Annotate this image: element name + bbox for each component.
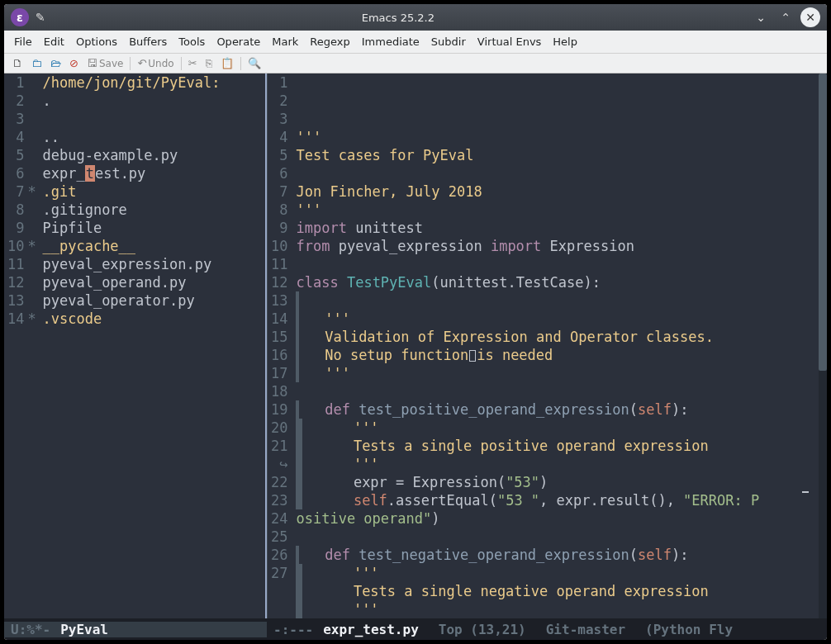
toolbar-separator (240, 57, 241, 70)
menu-edit[interactable]: Edit (39, 34, 69, 50)
source-line[interactable]: Tests a single negative operand expressi… (296, 582, 819, 600)
search-button[interactable]: 🔍 (245, 57, 264, 69)
source-line[interactable] (296, 528, 819, 546)
cursor-position: Top (13,21) (439, 622, 526, 637)
source-line[interactable]: from pyeval_expression import Expression (296, 237, 819, 255)
title-bar: ε ✎ Emacs 25.2.2 ⌄ ⌃ ✕ (4, 4, 827, 31)
menu-regexp[interactable]: Regexp (305, 34, 354, 50)
source-gutter: 123456789101112131415161718192021↪222324… (267, 73, 296, 618)
window-frame: ε ✎ Emacs 25.2.2 ⌄ ⌃ ✕ FileEditOptionsBu… (4, 4, 827, 640)
cut-button[interactable]: ✂ (185, 57, 201, 69)
dired-listing[interactable]: /home/jon/git/PyEval:...debug-example.py… (42, 73, 265, 618)
maximize-button[interactable]: ⌃ (776, 7, 795, 27)
source-pane[interactable]: 123456789101112131415161718192021↪222324… (267, 73, 827, 618)
source-line[interactable] (296, 382, 819, 400)
text-cursor: t (85, 165, 95, 182)
source-line[interactable]: import unittest (296, 219, 819, 237)
dired-entry[interactable]: .gitignore (42, 201, 265, 219)
wrap-indicator-icon (802, 491, 809, 493)
minimize-button[interactable]: ⌄ (751, 7, 771, 27)
dired-entry[interactable]: .git (42, 182, 265, 201)
menu-immediate[interactable]: Immediate (357, 34, 425, 50)
source-line[interactable]: ''' (296, 564, 819, 582)
source-line[interactable] (296, 255, 819, 273)
source-line[interactable]: self.assertEqual("53 ", expr.result(), "… (296, 491, 819, 509)
source-line[interactable] (296, 291, 819, 310)
paste-button[interactable]: 📋 (217, 57, 237, 69)
source-line[interactable]: def test_negative_operand_expression(sel… (296, 546, 819, 564)
source-line[interactable]: ''' (296, 419, 819, 437)
buffer-status: U:%*- (11, 622, 50, 637)
scrollbar[interactable] (819, 73, 827, 618)
dired-entry[interactable]: pyeval_operator.py (42, 291, 265, 310)
dired-entry[interactable]: debug-example.py (42, 146, 265, 164)
indent-guide (296, 291, 299, 310)
open-file-button[interactable]: 🗀 (28, 57, 45, 69)
dired-pane[interactable]: 1234567*8910*11121314* /home/jon/git/PyE… (4, 73, 267, 618)
major-mode: (Python Fly (645, 622, 733, 637)
dired-entry[interactable]: __pycache__ (42, 237, 265, 255)
pin-icon[interactable]: ✎ (36, 11, 45, 24)
source-line[interactable]: ''' (296, 600, 819, 618)
dired-entry[interactable]: /home/jon/git/PyEval: (42, 73, 265, 92)
dired-entry[interactable] (42, 110, 265, 128)
toolbar-separator (130, 57, 131, 70)
kill-buffer-button[interactable]: ⊘ (66, 57, 82, 69)
source-line[interactable]: Validation of Expression and Operator cl… (296, 328, 819, 346)
menu-file[interactable]: File (9, 34, 37, 50)
toolbar-separator (181, 57, 182, 70)
new-file-button[interactable]: 🗋 (9, 57, 26, 69)
buffer-status: -:--- (273, 622, 313, 637)
open-folder-button[interactable]: 🗁 (47, 57, 64, 69)
source-line[interactable]: Test cases for PyEval (296, 146, 819, 164)
dired-entry[interactable]: pyeval_operand.py (42, 273, 265, 291)
dired-entry[interactable]: pyeval_expression.py (42, 255, 265, 273)
source-line[interactable]: ''' (296, 455, 819, 473)
menu-help[interactable]: Help (548, 34, 582, 50)
source-line[interactable]: class TestPyEval(unittest.TestCase): (296, 273, 819, 291)
vc-status: Git-master (546, 622, 625, 637)
menu-virtual-envs[interactable]: Virtual Envs (472, 34, 547, 50)
mode-line-dired[interactable]: U:%*- PyEval (4, 622, 267, 637)
source-line[interactable]: def test_positive_operand_expression(sel… (296, 400, 819, 419)
source-line[interactable] (296, 164, 819, 182)
menu-operate[interactable]: Operate (211, 34, 265, 50)
menu-bar: FileEditOptionsBuffersToolsOperateMarkRe… (4, 31, 827, 54)
menu-options[interactable]: Options (71, 34, 122, 50)
buffer-name: expr_test.py (323, 622, 419, 637)
source-line[interactable]: ''' (296, 128, 819, 146)
source-line[interactable]: Tests a single positive operand expressi… (296, 437, 819, 455)
toolbar: 🗋 🗀 🗁 ⊘ 🖫Save ↶Undo ✂ ⎘ 📋 🔍 (4, 54, 827, 73)
dired-entry[interactable]: Pipfile (42, 219, 265, 237)
save-button[interactable]: 🖫Save (83, 57, 126, 70)
mode-line-source[interactable]: -:--- expr_test.py Top (13,21) Git-maste… (267, 622, 827, 637)
source-line[interactable]: ositive operand") (296, 509, 819, 528)
copy-button[interactable]: ⎘ (202, 57, 216, 69)
source-code[interactable]: '''Test cases for PyEvalJon Fincher, Jul… (296, 73, 827, 618)
editor-area: 1234567*8910*11121314* /home/jon/git/PyE… (4, 73, 827, 618)
window-title: Emacs 25.2.2 (45, 12, 751, 24)
menu-subdir[interactable]: Subdir (426, 34, 471, 50)
source-line[interactable]: ''' (296, 364, 819, 382)
close-button[interactable]: ✕ (800, 7, 820, 27)
dired-gutter: 1234567*8910*11121314* (4, 73, 42, 618)
emacs-icon: ε (11, 8, 29, 26)
buffer-name: PyEval (60, 622, 108, 637)
source-line[interactable]: Jon Fincher, July 2018 (296, 182, 819, 201)
menu-tools[interactable]: Tools (173, 34, 210, 50)
dired-entry[interactable]: . (42, 92, 265, 110)
dired-entry[interactable]: .vscode (42, 310, 265, 328)
undo-button[interactable]: ↶Undo (134, 57, 177, 70)
dired-entry[interactable]: .. (42, 128, 265, 146)
source-line[interactable]: No setup functionis needed (296, 346, 819, 364)
dired-entry[interactable]: expr_test.py (42, 164, 265, 182)
cursor-point (469, 350, 476, 362)
scrollbar-thumb[interactable] (819, 73, 827, 371)
mode-line: U:%*- PyEval -:--- expr_test.py Top (13,… (4, 618, 827, 640)
source-line[interactable]: ''' (296, 201, 819, 219)
menu-buffers[interactable]: Buffers (124, 34, 172, 50)
source-line[interactable]: expr = Expression("53") (296, 473, 819, 491)
menu-mark[interactable]: Mark (267, 34, 303, 50)
source-line[interactable]: ''' (296, 310, 819, 328)
